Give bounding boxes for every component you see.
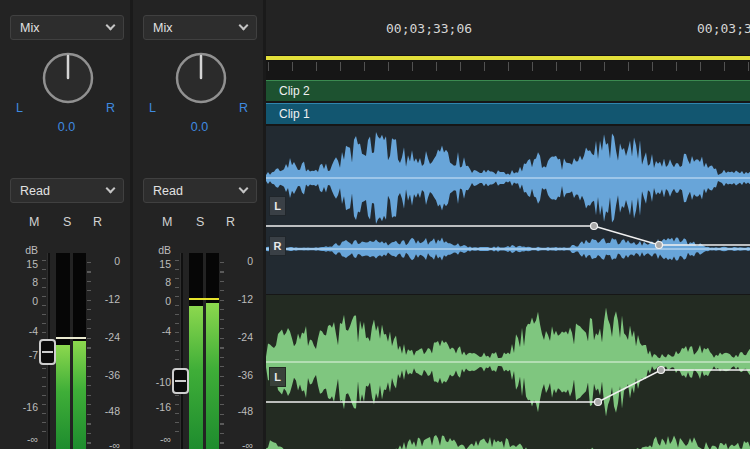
fader-scale-label: -7 — [8, 350, 38, 361]
meter-scale-label: -36 — [92, 370, 120, 381]
meter-scale-label: -∞ — [92, 440, 120, 449]
fader-scale-label: 0 — [8, 296, 38, 307]
meter-scale-label: -48 — [225, 406, 253, 417]
clip-1-header[interactable]: Clip 1 — [266, 103, 750, 124]
pan-left-label: L — [149, 101, 156, 115]
level-meter — [56, 253, 86, 449]
meter-scale-label: 0 — [92, 256, 120, 267]
input-assign-label: Mix — [20, 21, 101, 35]
work-area-bar[interactable] — [266, 56, 750, 60]
fader-scale-label: -∞ — [8, 434, 38, 445]
pan-value[interactable]: 0.0 — [0, 120, 133, 134]
level-meter — [189, 253, 219, 449]
channel-strip-1: Mix L R 0.0 Read M S R dB 15 8 0 -4 -7 -… — [0, 0, 133, 449]
clip-2-label: Clip 2 — [279, 84, 310, 98]
record-arm-button[interactable]: R — [93, 215, 102, 229]
fader-scale-label: -4 — [141, 326, 171, 337]
envelope-keyframe[interactable] — [591, 223, 598, 230]
channel-badge-left: L — [269, 367, 286, 387]
audio-workstation-app: Mix L R 0.0 Read M S R dB 15 8 0 -4 -7 -… — [0, 0, 750, 449]
pan-value[interactable]: 0.0 — [133, 120, 266, 134]
meter-scale-label: 0 — [225, 256, 253, 267]
mute-button[interactable]: M — [29, 215, 39, 229]
fader-scale-label: -16 — [141, 402, 171, 413]
fader-handle[interactable] — [172, 368, 189, 394]
clip-2-waveform-area[interactable]: L — [266, 295, 750, 449]
fader-scale-label: -10 — [141, 377, 171, 388]
clip-1-label: Clip 1 — [279, 107, 310, 121]
meter-scale-ticks — [220, 262, 224, 444]
input-assign-dropdown[interactable]: Mix — [10, 15, 124, 40]
meter-scale-label: -∞ — [225, 440, 253, 449]
timecode-label: 00;03;33;06 — [386, 21, 472, 36]
meter-scale-label: -12 — [225, 294, 253, 305]
meter-scale-label: -36 — [225, 370, 253, 381]
fader-scale-label: 15 — [141, 259, 171, 270]
pan-left-label: L — [16, 101, 23, 115]
fader-scale-label: -4 — [8, 326, 38, 337]
chevron-down-icon — [106, 21, 116, 31]
meter-scale-ticks — [87, 262, 91, 444]
peak-indicator — [189, 298, 219, 300]
fader-scale-label: -∞ — [141, 434, 171, 445]
fader-scale-label: -16 — [8, 402, 38, 413]
clip-2-header[interactable]: Clip 2 — [266, 80, 750, 101]
meter-scale-label: -24 — [225, 332, 253, 343]
meter-bar-right — [206, 253, 220, 449]
volume-envelope[interactable] — [266, 226, 750, 245]
timeline-panel: 00;03;33;06 00;03;33 Clip 2 Clip 1 L — [266, 0, 750, 449]
mixer-panel: Mix L R 0.0 Read M S R dB 15 8 0 -4 -7 -… — [0, 0, 266, 449]
fader-scale-label: 15 — [8, 259, 38, 270]
chevron-down-icon — [239, 184, 249, 194]
envelope-keyframe[interactable] — [595, 399, 602, 406]
timecode-label: 00;03;33 — [697, 21, 750, 36]
fader-scale-label: 8 — [8, 277, 38, 288]
input-assign-dropdown[interactable]: Mix — [143, 15, 257, 40]
pan-knob[interactable] — [173, 50, 229, 106]
fader-scale-label: 8 — [141, 277, 171, 288]
clip-1-waveform-area[interactable]: L R — [266, 126, 750, 294]
db-unit-label: dB — [8, 245, 38, 256]
pan-right-label: R — [106, 101, 115, 115]
meter-scale-label: -24 — [92, 332, 120, 343]
input-assign-label: Mix — [153, 21, 234, 35]
mute-button[interactable]: M — [162, 215, 172, 229]
fader-scale-label: 0 — [141, 296, 171, 307]
meter-scale-label: -12 — [92, 294, 120, 305]
envelope-keyframe[interactable] — [656, 242, 663, 249]
automation-mode-dropdown[interactable]: Read — [143, 178, 257, 203]
channel-badge-right: R — [269, 236, 286, 256]
automation-mode-label: Read — [20, 184, 101, 198]
peak-indicator — [56, 337, 86, 339]
ruler-ticks — [268, 62, 750, 71]
chevron-down-icon — [239, 21, 249, 31]
volume-envelope[interactable] — [266, 370, 750, 402]
pan-knob[interactable] — [40, 50, 96, 106]
meter-bar-left — [189, 253, 203, 449]
pan-right-label: R — [239, 101, 248, 115]
fader-track[interactable] — [180, 253, 183, 449]
fader-handle[interactable] — [39, 339, 56, 365]
db-unit-label: dB — [141, 245, 171, 256]
solo-button[interactable]: S — [196, 215, 204, 229]
record-arm-button[interactable]: R — [226, 215, 235, 229]
chevron-down-icon — [106, 184, 116, 194]
meter-scale-label: -48 — [92, 406, 120, 417]
solo-button[interactable]: S — [63, 215, 71, 229]
fader-scale-ticks — [175, 260, 179, 438]
automation-mode-dropdown[interactable]: Read — [10, 178, 124, 203]
automation-mode-label: Read — [153, 184, 234, 198]
envelope-keyframe[interactable] — [658, 367, 665, 374]
channel-badge-left: L — [269, 196, 286, 216]
meter-bar-right — [73, 253, 87, 449]
time-ruler[interactable]: 00;03;33;06 00;03;33 — [266, 0, 750, 56]
channel-strip-2: Mix L R 0.0 Read M S R dB 15 8 0 -4 -10 … — [133, 0, 266, 449]
meter-bar-left — [56, 253, 70, 449]
